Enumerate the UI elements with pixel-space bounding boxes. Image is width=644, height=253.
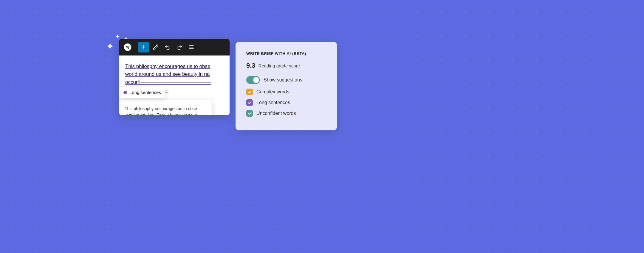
content-area: + [119, 39, 337, 130]
pencil-button[interactable] [150, 42, 161, 53]
score-label: Reading grade score [258, 63, 300, 68]
pencil-icon [153, 44, 159, 50]
redo-button[interactable] [174, 42, 185, 53]
unconfident-words-label: Unconfident words [256, 111, 296, 116]
undo-icon [165, 44, 171, 50]
editor-toolbar: + [119, 39, 230, 55]
complex-words-label: Complex words [256, 89, 289, 95]
long-sentences-checkbox[interactable] [246, 99, 253, 106]
toolbar-buttons: + [136, 42, 199, 53]
suggestion-popup[interactable]: This philosophy encourages us to obse wo… [119, 100, 212, 115]
long-sentences-tooltip[interactable]: Long sentences [119, 87, 165, 98]
long-sentences-label: Long sentences [256, 100, 290, 105]
show-suggestions-row[interactable]: Show suggestions [246, 76, 326, 84]
score-number: 9.3 [246, 62, 256, 70]
check-icon-2 [248, 101, 252, 105]
check-icon [248, 90, 252, 94]
editor-panel: + [119, 39, 230, 115]
long-sentences-row[interactable]: Long sentences [246, 99, 326, 106]
show-suggestions-label: Show suggestions [264, 77, 302, 83]
editor-content[interactable]: This philosphy encourages us to obse wor… [119, 55, 230, 115]
wordpress-icon [123, 43, 132, 52]
complex-words-checkbox[interactable] [246, 89, 253, 95]
undo-button[interactable] [162, 42, 173, 53]
ai-panel-title: WRITE BRIEF WITH AI (BETA) [246, 51, 326, 56]
unconfident-words-row[interactable]: Unconfident words [246, 110, 326, 117]
list-button[interactable] [186, 42, 197, 53]
unconfident-words-checkbox[interactable] [246, 110, 253, 117]
ai-panel: WRITE BRIEF WITH AI (BETA) 9.3 Reading g… [236, 42, 337, 130]
list-icon [188, 44, 194, 50]
redo-icon [177, 44, 182, 50]
sparkle-icon-2: ✦ [106, 40, 114, 52]
suggestion-text: This philosophy encourages us to obse wo… [125, 106, 206, 115]
show-suggestions-toggle[interactable] [246, 76, 260, 84]
wp-logo [119, 39, 136, 55]
check-icon-3 [248, 112, 252, 115]
complex-words-row[interactable]: Complex words [246, 89, 326, 95]
reading-score-row: 9.3 Reading grade score [246, 62, 326, 70]
add-block-button[interactable]: + [138, 42, 149, 53]
tooltip-dot [123, 91, 127, 94]
tooltip-label: Long sentences [129, 90, 161, 95]
